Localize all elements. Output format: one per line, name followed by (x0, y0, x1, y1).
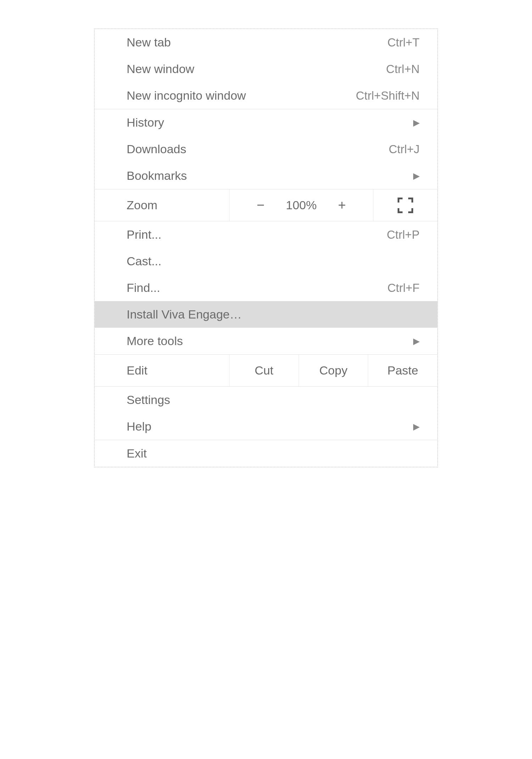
zoom-controls: − 100% + (229, 189, 373, 221)
new-tab-label: New tab (127, 35, 171, 49)
find-item[interactable]: Find... Ctrl+F (95, 275, 437, 301)
cast-item[interactable]: Cast... (95, 248, 437, 275)
settings-label: Settings (127, 393, 170, 407)
print-label: Print... (127, 228, 161, 242)
install-app-item[interactable]: Install Viva Engage… (95, 301, 437, 328)
print-shortcut: Ctrl+P (387, 228, 420, 242)
zoom-row: Zoom − 100% + (95, 189, 437, 221)
zoom-label: Zoom (95, 189, 229, 221)
menu-section-tools: Print... Ctrl+P Cast... Find... Ctrl+F I… (95, 221, 437, 355)
install-app-label: Install Viva Engage… (127, 308, 242, 321)
downloads-shortcut: Ctrl+J (389, 143, 420, 156)
new-incognito-item[interactable]: New incognito window Ctrl+Shift+N (95, 82, 437, 109)
zoom-out-button[interactable]: − (250, 198, 272, 213)
zoom-value: 100% (286, 198, 317, 212)
exit-label: Exit (127, 447, 147, 460)
menu-section-history: History ▶ Downloads Ctrl+J Bookmarks ▶ (95, 109, 437, 189)
find-shortcut: Ctrl+F (387, 281, 420, 295)
new-window-shortcut: Ctrl+N (386, 62, 420, 76)
edit-row: Edit Cut Copy Paste (95, 355, 437, 387)
history-label: History (127, 116, 164, 129)
downloads-item[interactable]: Downloads Ctrl+J (95, 136, 437, 162)
more-tools-label: More tools (127, 334, 183, 348)
exit-item[interactable]: Exit (95, 440, 437, 467)
submenu-arrow-icon: ▶ (413, 171, 420, 181)
help-label: Help (127, 420, 151, 433)
menu-section-settings: Settings Help ▶ (95, 387, 437, 440)
find-label: Find... (127, 281, 160, 295)
copy-button[interactable]: Copy (299, 355, 368, 386)
more-tools-item[interactable]: More tools ▶ (95, 328, 437, 354)
menu-section-exit: Exit (95, 440, 437, 467)
cut-button[interactable]: Cut (229, 355, 299, 386)
paste-button[interactable]: Paste (368, 355, 437, 386)
new-tab-shortcut: Ctrl+T (387, 36, 420, 49)
new-window-item[interactable]: New window Ctrl+N (95, 56, 437, 82)
bookmarks-item[interactable]: Bookmarks ▶ (95, 162, 437, 189)
new-incognito-shortcut: Ctrl+Shift+N (356, 89, 420, 103)
new-window-label: New window (127, 62, 194, 76)
settings-item[interactable]: Settings (95, 387, 437, 413)
menu-section-tabs: New tab Ctrl+T New window Ctrl+N New inc… (95, 29, 437, 109)
fullscreen-button[interactable] (373, 189, 437, 221)
bookmarks-label: Bookmarks (127, 169, 187, 183)
new-incognito-label: New incognito window (127, 89, 246, 103)
zoom-in-button[interactable]: + (331, 198, 353, 213)
print-item[interactable]: Print... Ctrl+P (95, 221, 437, 248)
help-item[interactable]: Help ▶ (95, 413, 437, 440)
cast-label: Cast... (127, 254, 161, 268)
submenu-arrow-icon: ▶ (413, 118, 420, 128)
browser-menu: New tab Ctrl+T New window Ctrl+N New inc… (94, 28, 438, 467)
submenu-arrow-icon: ▶ (413, 336, 420, 346)
submenu-arrow-icon: ▶ (413, 422, 420, 432)
edit-label: Edit (95, 355, 229, 386)
fullscreen-icon (398, 198, 413, 213)
history-item[interactable]: History ▶ (95, 109, 437, 136)
new-tab-item[interactable]: New tab Ctrl+T (95, 29, 437, 56)
downloads-label: Downloads (127, 142, 186, 156)
